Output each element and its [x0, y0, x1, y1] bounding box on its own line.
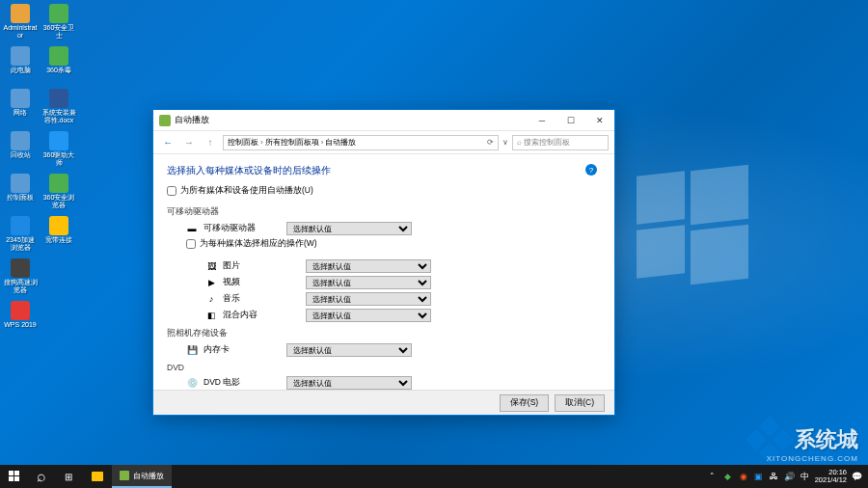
tray-app-icon[interactable]: ▣: [753, 471, 765, 482]
save-button[interactable]: 保存(S): [500, 394, 549, 412]
desktop-icon[interactable]: 网络: [2, 87, 39, 127]
footer: 保存(S) 取消(C): [153, 390, 614, 415]
media-select[interactable]: 选择默认值: [286, 343, 412, 357]
page-title: 选择插入每种媒体或设备时的后续操作: [167, 164, 601, 177]
media-icon: ◧: [205, 310, 217, 321]
setting-label: 音乐: [223, 293, 300, 305]
setting-label: DVD 电影: [203, 377, 281, 389]
setting-label: 视频: [223, 277, 300, 288]
desktop-icon[interactable]: Administrator: [2, 2, 39, 42]
svg-rect-0: [9, 471, 14, 475]
system-tray: ˄ ◆ ◉ ▣ 🖧 🔊 中 20:16 2021/4/12 💬: [701, 469, 868, 485]
media-icon: 💿: [186, 377, 198, 389]
search-input[interactable]: ⌕ 搜索控制面板: [512, 135, 609, 150]
desktop-icon[interactable]: WPS 2019: [2, 299, 39, 339]
setting-row: ▶ 视频 选择默认值: [205, 276, 601, 289]
tray-app-icon[interactable]: ◆: [722, 471, 734, 482]
file-explorer-button[interactable]: [83, 465, 112, 488]
svg-rect-2: [9, 476, 14, 481]
media-select[interactable]: 选择默认值: [306, 259, 431, 273]
setting-label: 可移动驱动器: [203, 223, 281, 234]
setting-row: ◧ 混合内容 选择默认值: [205, 309, 601, 322]
breadcrumb-item[interactable]: 自动播放: [325, 137, 356, 148]
watermark: 系统城: [750, 420, 858, 459]
removable-drive-select[interactable]: 选择默认值: [286, 222, 412, 235]
setting-row: 🖼 图片 选择默认值: [205, 259, 601, 273]
desktop-icon[interactable]: 360安全卫士: [41, 2, 77, 42]
autoplay-icon: [120, 471, 129, 480]
desktop-icon[interactable]: 360驱动大师: [41, 129, 77, 170]
task-view-button[interactable]: ⊞: [54, 465, 83, 488]
navbar: ← → ↑ 控制面板 › 所有控制面板项 › 自动播放 ⟳ ∨ ⌕ 搜索控制面板: [153, 131, 614, 154]
volume-icon[interactable]: 🔊: [784, 471, 796, 482]
setting-row: 💾 内存卡 选择默认值: [186, 343, 601, 357]
setting-row: ♪ 音乐 选择默认值: [205, 292, 601, 306]
desktop-icon[interactable]: 360安全浏览器: [41, 172, 77, 212]
window-title: 自动播放: [175, 114, 528, 126]
media-icon: ▶: [205, 277, 217, 288]
media-icon: 💾: [186, 344, 198, 356]
desktop-icon[interactable]: 系统安装兼容性.docx: [41, 87, 77, 127]
use-autoplay-all-checkbox[interactable]: [167, 186, 176, 196]
desktop-icon[interactable]: 360杀毒: [41, 44, 77, 85]
desktop-icon[interactable]: 此电脑: [2, 44, 39, 85]
start-button[interactable]: [0, 465, 29, 488]
drive-icon: ▬: [186, 223, 198, 234]
desktop-icon[interactable]: 宽带连接: [41, 214, 77, 255]
address-bar[interactable]: 控制面板 › 所有控制面板项 › 自动播放 ⟳: [223, 135, 499, 150]
network-icon[interactable]: 🖧: [769, 471, 780, 482]
forward-button[interactable]: →: [180, 134, 198, 151]
breadcrumb-item[interactable]: 所有控制面板项: [265, 137, 319, 148]
media-select[interactable]: 选择默认值: [306, 292, 431, 306]
back-button[interactable]: ←: [159, 134, 176, 151]
search-button[interactable]: ⌕: [29, 465, 54, 488]
media-select[interactable]: 选择默认值: [286, 376, 412, 390]
cancel-button[interactable]: 取消(C): [555, 394, 605, 412]
clock[interactable]: 20:16 2021/4/12: [815, 469, 847, 485]
desktop-icon[interactable]: 控制面板: [2, 172, 39, 212]
section-header: 可移动驱动器: [167, 206, 601, 218]
taskbar-item-autoplay[interactable]: 自动播放: [112, 465, 172, 488]
desktop-icon[interactable]: 搜狗高速浏览器: [2, 257, 39, 297]
autoplay-icon: [159, 115, 171, 126]
section-header: DVD: [167, 363, 601, 372]
notifications-icon[interactable]: 💬: [851, 471, 862, 482]
autoplay-window: 自动播放 ─ ☐ ✕ ← → ↑ 控制面板 › 所有控制面板项 › 自动播放 ⟳…: [152, 109, 615, 416]
setting-label: 内存卡: [203, 344, 281, 356]
taskbar: ⌕ ⊞ 自动播放 ˄ ◆ ◉ ▣ 🖧 🔊 中 20:16 2021/4/12 💬: [0, 465, 868, 488]
desktop-icon[interactable]: 2345加速浏览器: [2, 214, 39, 255]
setting-row: 💿 DVD 电影 选择默认值: [186, 376, 601, 390]
maximize-button[interactable]: ☐: [556, 110, 585, 131]
watermark-logo: [750, 420, 789, 459]
up-button[interactable]: ↑: [202, 134, 219, 151]
tray-app-icon[interactable]: ◉: [738, 471, 749, 482]
breadcrumb-item[interactable]: 控制面板: [228, 137, 258, 148]
setting-label: 混合内容: [223, 310, 300, 321]
svg-rect-3: [14, 476, 19, 481]
checkbox-label: 为每种媒体选择相应的操作(W): [200, 238, 317, 250]
svg-rect-1: [14, 471, 19, 475]
help-icon[interactable]: ?: [585, 164, 597, 176]
setting-label: 图片: [223, 260, 300, 272]
desktop: Administrator此电脑网络回收站控制面板2345加速浏览器搜狗高速浏览…: [2, 2, 77, 339]
content-area: ? 选择插入每种媒体或设备时的后续操作 为所有媒体和设备使用自动播放(U) 可移…: [153, 154, 614, 390]
media-icon: 🖼: [205, 260, 217, 272]
per-media-checkbox[interactable]: [186, 239, 196, 249]
media-select[interactable]: 选择默认值: [306, 276, 431, 289]
ime-icon[interactable]: 中: [800, 471, 811, 482]
close-button[interactable]: ✕: [585, 110, 614, 131]
watermark-url: XITONGCHENG.COM: [767, 454, 858, 463]
minimize-button[interactable]: ─: [528, 110, 556, 131]
tray-chevron-icon[interactable]: ˄: [707, 471, 719, 482]
media-select[interactable]: 选择默认值: [306, 309, 431, 322]
media-icon: ♪: [205, 293, 217, 305]
desktop-icon[interactable]: 回收站: [2, 129, 39, 170]
titlebar: 自动播放 ─ ☐ ✕: [153, 110, 614, 131]
section-header: 照相机存储设备: [167, 328, 601, 339]
checkbox-label: 为所有媒体和设备使用自动播放(U): [180, 185, 313, 197]
